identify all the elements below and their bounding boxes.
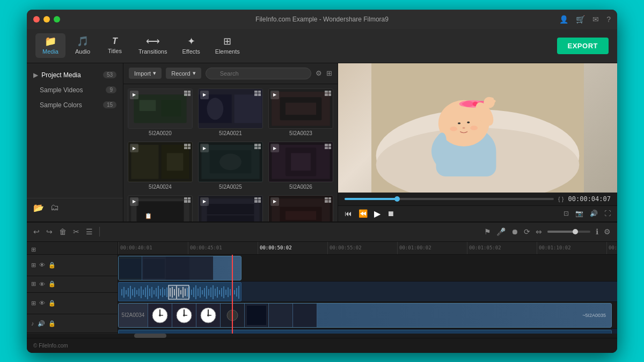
sample-colors-count: 15 [103,101,116,108]
pip-icon[interactable]: ⊡ [564,210,569,217]
import-button[interactable]: Import ▾ [129,68,162,79]
sidebar-sample-videos-label: Sample Videos [40,86,83,94]
cut-button[interactable]: ✂ [73,227,79,236]
main-toolbar: 📁 Media 🎵 Audio T Titles ⟷ Transitions ✦… [27,29,617,63]
audio-lock-btn[interactable]: 🔒 [48,280,56,287]
user-icon[interactable]: 👤 [559,15,568,24]
microphone-button[interactable]: 🎤 [496,227,506,236]
step-back-button[interactable]: ⏪ [358,209,368,218]
media-item-5i2a0023[interactable]: ▶ 5I2A0023 [268,88,333,137]
svg-point-45 [467,121,470,123]
lock-btn[interactable]: 🔒 [48,262,56,269]
a2-volume-btn[interactable]: 🔊 [38,320,45,327]
cart-icon[interactable]: 🛒 [576,15,585,24]
svg-point-46 [463,127,465,128]
redo-button[interactable]: ↪ [46,227,53,236]
grid-view-btn[interactable]: ⊞ [31,262,36,269]
zoom-slider[interactable] [547,231,590,233]
audio-track2-label: ♪ 🔊 🔒 [27,314,118,334]
v2-lock-btn[interactable]: 🔒 [48,300,56,307]
grid-corner-icon-4 [184,144,191,149]
ruler-time-7: 00:01:10:02 [537,242,606,254]
delete-button[interactable]: 🗑 [59,227,67,236]
flag-button[interactable]: ⚑ [484,227,491,236]
scroll-thumb[interactable] [134,334,166,338]
v2-grid-btn[interactable]: ⊞ [31,300,36,307]
settings-button[interactable]: ⚙ [604,227,611,236]
media-item-5i2a0026[interactable]: ▶ 5I2A0026 [268,142,333,190]
preview-timecode: 00:00:04:07 [568,195,611,203]
sidebar-item-sample-colors[interactable]: Sample Colors 15 [27,98,123,113]
export-button[interactable]: EXPORT [557,38,609,54]
effects-icon: ✦ [187,36,195,46]
title-bar-icons: 👤 🛒 ✉ ? [559,15,611,24]
nav-transitions[interactable]: ⟷ Transitions [132,33,173,58]
eye-btn[interactable]: 👁 [39,262,45,268]
svg-rect-114 [236,288,237,297]
grid-view-icon[interactable]: ⊞ [326,69,332,77]
preview-controls: ⏮ ⏪ ▶ ⏹ ⊡ 📷 🔊 ⛶ [338,205,617,221]
svg-rect-97 [200,287,201,298]
zoom-info-button[interactable]: ℹ [596,227,598,236]
a2-lock-btn[interactable]: 🔒 [48,320,56,327]
nav-effects[interactable]: ✦ Effects [175,33,206,58]
nav-titles[interactable]: T Titles [100,34,130,57]
play-overlay-icon-4: ▶ [130,144,138,152]
preview-right-buttons: ⊡ 📷 🔊 ⛶ [564,210,611,217]
undo-button[interactable]: ↩ [33,227,40,236]
sidebar-item-project-media[interactable]: ▶ Project Media 53 [27,68,123,83]
media-item-5i2a0028[interactable]: ▶ 5I2A0028 [198,195,263,221]
hospital-thumb-2 [269,304,293,327]
add-folder-button[interactable]: 📂 [33,203,44,213]
nav-elements[interactable]: ⊞ Elements [209,33,246,58]
go-to-start-button[interactable]: ⏮ [345,209,352,218]
record-button[interactable]: Record ▾ [166,68,201,79]
record-screen-button[interactable]: ⏺ [511,227,518,236]
audio-eye-btn[interactable]: 👁 [39,281,45,287]
remove-folder-button[interactable]: 🗂 [50,203,59,213]
grid-corner-icon-3 [325,91,331,96]
nav-audio[interactable]: 🎵 Audio [68,33,98,58]
stop-button[interactable]: ⏹ [387,209,394,218]
media-browser-toolbar: Import ▾ Record ▾ ⚙ ⊞ [123,63,338,84]
minimize-button[interactable] [43,16,50,23]
add-track-button[interactable]: ⊞ [27,242,118,256]
snapshot-icon[interactable]: 📷 [575,210,583,217]
media-item-5i2a0020[interactable]: ▶ 5I2A0020 [128,88,193,137]
filter-icon[interactable]: ⚙ [316,69,322,77]
media-item-5i2a0027[interactable]: ▶ 📋 5I2A0027 [128,195,193,221]
timeline-scrollbar[interactable] [27,334,617,338]
preview-progress-bar[interactable] [345,198,554,200]
audio-clip-2[interactable] [118,330,612,334]
toolbar-separator [99,227,100,237]
track-labels: ⊞ ⊞ 👁 🔒 ⊞ 👁 🔒 [27,242,118,334]
search-input[interactable] [206,68,311,79]
ruler-time-2: 00:00:45:01 [188,242,258,254]
audio-grid-btn[interactable]: ⊞ [31,280,36,287]
close-button[interactable] [33,16,40,23]
volume-icon[interactable]: 🔊 [590,210,598,217]
video-clip-2[interactable]: 5I2A0034 [118,303,612,328]
svg-rect-57 [143,259,165,278]
audio-clip-1[interactable] [118,282,241,301]
media-item-5i2a0029[interactable]: ▶ 5I2A0029 [268,195,333,221]
zoom-fit-button[interactable]: ⇔ [536,227,542,236]
svg-rect-11 [286,102,316,114]
motion-button[interactable]: ⟳ [524,227,530,236]
nav-media[interactable]: 📁 Media [35,33,65,58]
maximize-button[interactable] [54,16,60,23]
sidebar-item-sample-videos[interactable]: Sample Videos 9 [27,83,123,98]
v2-eye-btn[interactable]: 👁 [39,300,45,306]
clip-thumb-1 [119,256,142,280]
list-button[interactable]: ☰ [86,227,93,236]
media-item-5i2a0024[interactable]: ▶ 5I2A0024 [128,142,193,190]
media-item-5i2a0021[interactable]: ▶ 5I2A0021 [198,88,263,137]
clock-thumb-1 [148,304,172,327]
mail-icon[interactable]: ✉ [592,15,599,24]
video-clip-1[interactable] [118,256,241,280]
help-icon[interactable]: ? [606,15,611,24]
fullscreen-icon[interactable]: ⛶ [604,210,611,217]
timeline-right-controls: ⚑ 🎤 ⏺ ⟳ ⇔ ℹ ⚙ [484,227,611,236]
media-item-5i2a0025[interactable]: ▶ 5I2A0025 [198,142,263,190]
play-button[interactable]: ▶ [374,209,380,219]
